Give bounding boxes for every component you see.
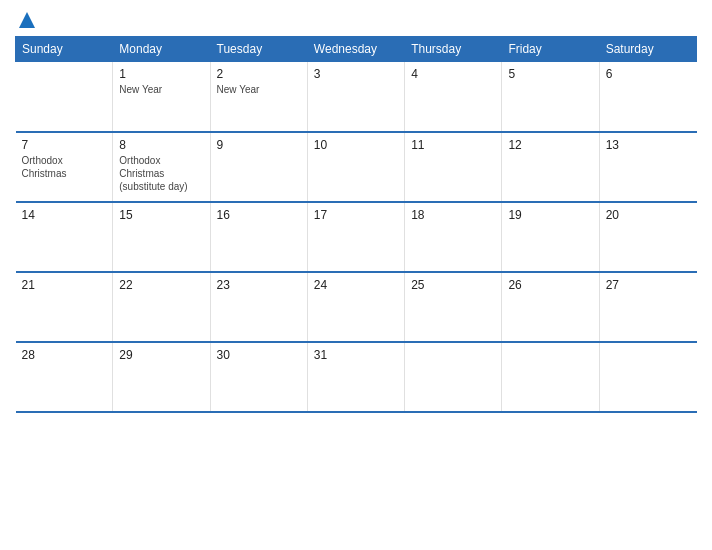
calendar-cell: 16 <box>210 202 307 272</box>
day-number: 9 <box>217 138 301 152</box>
weekday-header-wednesday: Wednesday <box>307 37 404 62</box>
day-number: 14 <box>22 208 107 222</box>
day-number: 7 <box>22 138 107 152</box>
weekday-header-sunday: Sunday <box>16 37 113 62</box>
day-number: 19 <box>508 208 592 222</box>
day-number: 20 <box>606 208 691 222</box>
calendar-cell <box>599 342 696 412</box>
day-number: 16 <box>217 208 301 222</box>
day-number: 25 <box>411 278 495 292</box>
day-number: 8 <box>119 138 203 152</box>
weekday-header-friday: Friday <box>502 37 599 62</box>
calendar-cell: 12 <box>502 132 599 202</box>
day-number: 24 <box>314 278 398 292</box>
calendar-cell: 22 <box>113 272 210 342</box>
calendar-cell: 10 <box>307 132 404 202</box>
day-number: 2 <box>217 67 301 81</box>
calendar-cell: 2New Year <box>210 62 307 132</box>
calendar-cell: 11 <box>405 132 502 202</box>
day-number: 21 <box>22 278 107 292</box>
calendar-cell: 18 <box>405 202 502 272</box>
day-number: 31 <box>314 348 398 362</box>
calendar-cell: 6 <box>599 62 696 132</box>
day-number: 26 <box>508 278 592 292</box>
day-number: 29 <box>119 348 203 362</box>
calendar-cell: 21 <box>16 272 113 342</box>
day-number: 1 <box>119 67 203 81</box>
day-number: 22 <box>119 278 203 292</box>
event-label: Orthodox Christmas <box>22 154 107 180</box>
day-number: 17 <box>314 208 398 222</box>
day-number: 11 <box>411 138 495 152</box>
calendar-cell: 23 <box>210 272 307 342</box>
calendar-cell: 19 <box>502 202 599 272</box>
logo <box>15 10 37 30</box>
calendar-cell <box>502 342 599 412</box>
calendar-cell: 27 <box>599 272 696 342</box>
day-number: 27 <box>606 278 691 292</box>
calendar-cell: 30 <box>210 342 307 412</box>
week-row-3: 14151617181920 <box>16 202 697 272</box>
calendar-cell: 31 <box>307 342 404 412</box>
day-number: 13 <box>606 138 691 152</box>
logo-icon <box>17 10 37 30</box>
weekday-header-saturday: Saturday <box>599 37 696 62</box>
day-number: 6 <box>606 67 691 81</box>
calendar-cell: 14 <box>16 202 113 272</box>
calendar-cell: 28 <box>16 342 113 412</box>
week-row-2: 7Orthodox Christmas8Orthodox Christmas (… <box>16 132 697 202</box>
calendar-cell: 4 <box>405 62 502 132</box>
calendar-cell: 29 <box>113 342 210 412</box>
week-row-1: 1New Year2New Year3456 <box>16 62 697 132</box>
calendar-cell: 3 <box>307 62 404 132</box>
day-number: 4 <box>411 67 495 81</box>
weekday-header-row: SundayMondayTuesdayWednesdayThursdayFrid… <box>16 37 697 62</box>
calendar-cell: 9 <box>210 132 307 202</box>
event-label: New Year <box>217 83 301 96</box>
day-number: 23 <box>217 278 301 292</box>
week-row-4: 21222324252627 <box>16 272 697 342</box>
calendar-cell <box>405 342 502 412</box>
day-number: 15 <box>119 208 203 222</box>
day-number: 28 <box>22 348 107 362</box>
calendar-cell <box>16 62 113 132</box>
svg-marker-0 <box>19 12 35 28</box>
calendar-cell: 26 <box>502 272 599 342</box>
calendar-cell: 24 <box>307 272 404 342</box>
day-number: 12 <box>508 138 592 152</box>
event-label: Orthodox Christmas (substitute day) <box>119 154 203 193</box>
calendar-cell: 17 <box>307 202 404 272</box>
calendar-cell: 7Orthodox Christmas <box>16 132 113 202</box>
day-number: 30 <box>217 348 301 362</box>
calendar-cell: 20 <box>599 202 696 272</box>
day-number: 18 <box>411 208 495 222</box>
calendar-cell: 1New Year <box>113 62 210 132</box>
day-number: 3 <box>314 67 398 81</box>
day-number: 5 <box>508 67 592 81</box>
calendar-cell: 8Orthodox Christmas (substitute day) <box>113 132 210 202</box>
weekday-header-tuesday: Tuesday <box>210 37 307 62</box>
calendar-page: SundayMondayTuesdayWednesdayThursdayFrid… <box>0 0 712 550</box>
calendar-header <box>15 10 697 30</box>
calendar-cell: 13 <box>599 132 696 202</box>
week-row-5: 28293031 <box>16 342 697 412</box>
calendar-table: SundayMondayTuesdayWednesdayThursdayFrid… <box>15 36 697 413</box>
calendar-cell: 5 <box>502 62 599 132</box>
calendar-cell: 25 <box>405 272 502 342</box>
weekday-header-thursday: Thursday <box>405 37 502 62</box>
event-label: New Year <box>119 83 203 96</box>
calendar-cell: 15 <box>113 202 210 272</box>
weekday-header-monday: Monday <box>113 37 210 62</box>
day-number: 10 <box>314 138 398 152</box>
